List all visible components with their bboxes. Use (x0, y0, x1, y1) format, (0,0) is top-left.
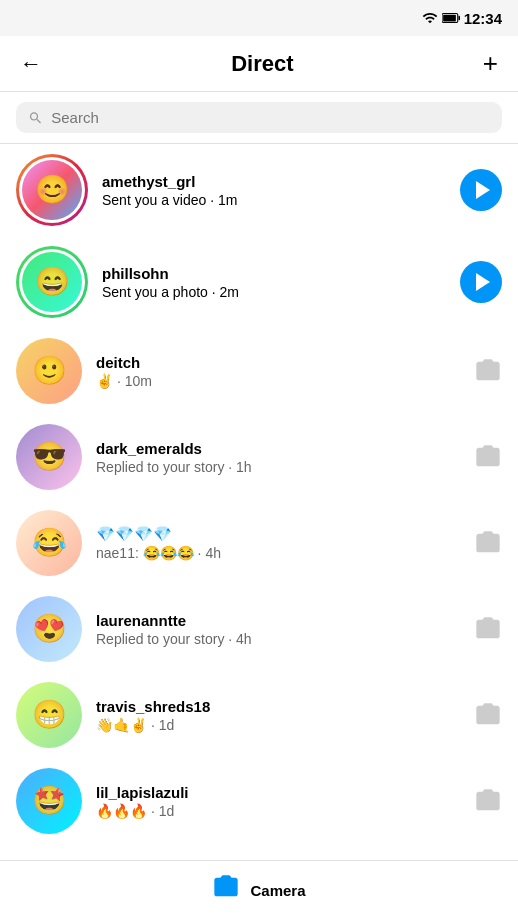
story-ring-green: 😄 (16, 246, 88, 318)
message-preview: nae11: 😂😂😂 · 4h (96, 545, 460, 561)
list-item[interactable]: 🤩 lil_lapislazuli 🔥🔥🔥 · 1d (0, 758, 518, 844)
page-title: Direct (231, 51, 293, 77)
username: dark_emeralds (96, 440, 460, 457)
camera-bottom-icon (212, 873, 240, 908)
svg-rect-2 (443, 15, 456, 22)
story-ring: 😊 (16, 154, 88, 226)
camera-action-icon[interactable] (474, 701, 502, 729)
username: travis_shreds18 (96, 698, 460, 715)
username: 💎💎💎💎 (96, 525, 460, 543)
avatar: 🤩 (16, 768, 82, 834)
avatar: 🙂 (16, 338, 82, 404)
battery-icon (442, 11, 460, 25)
avatar-outer: 😊 (16, 154, 88, 226)
username: laurenanntte (96, 612, 460, 629)
status-bar: 12:34 (0, 0, 518, 36)
list-item[interactable]: 😊 amethyst_grl Sent you a video · 1m (0, 144, 518, 236)
camera-action-icon[interactable] (474, 529, 502, 557)
list-item[interactable]: 😂 💎💎💎💎 nae11: 😂😂😂 · 4h (0, 500, 518, 586)
avatar: 😁 (16, 682, 82, 748)
camera-action-icon[interactable] (474, 357, 502, 385)
camera-action-icon[interactable] (474, 787, 502, 815)
search-input[interactable] (51, 109, 490, 126)
avatar-wrap: 😎 (16, 424, 82, 490)
signal-icon (422, 10, 438, 26)
avatar: 😎 (16, 424, 82, 490)
list-item[interactable]: 😄 phillsohn Sent you a photo · 2m (0, 236, 518, 328)
status-time: 12:34 (464, 10, 502, 27)
status-icons: 12:34 (422, 10, 502, 27)
new-message-button[interactable]: + (479, 44, 502, 83)
avatar-wrap: 😂 (16, 510, 82, 576)
bottom-bar[interactable]: Camera (0, 860, 518, 920)
username: amethyst_grl (102, 173, 446, 190)
list-item[interactable]: 😁 travis_shreds18 👋🤙✌️ · 1d (0, 672, 518, 758)
avatar: 😄 (22, 252, 82, 312)
camera-label: Camera (250, 882, 305, 899)
message-preview: Replied to your story · 1h (96, 459, 460, 475)
avatar: 😂 (16, 510, 82, 576)
message-list: 😊 amethyst_grl Sent you a video · 1m (0, 144, 518, 844)
search-wrap (16, 102, 502, 133)
message-info: phillsohn Sent you a photo · 2m (102, 265, 446, 300)
play-button[interactable] (460, 169, 502, 211)
avatar-wrap: 😍 (16, 596, 82, 662)
avatar-wrap: 🤩 (16, 768, 82, 834)
list-item[interactable]: 🙂 deitch ✌️ · 10m (0, 328, 518, 414)
message-info: amethyst_grl Sent you a video · 1m (102, 173, 446, 208)
header: ← Direct + (0, 36, 518, 92)
avatar: 😍 (16, 596, 82, 662)
message-info: dark_emeralds Replied to your story · 1h (96, 440, 460, 475)
message-info: lil_lapislazuli 🔥🔥🔥 · 1d (96, 784, 460, 819)
list-item[interactable]: 😎 dark_emeralds Replied to your story · … (0, 414, 518, 500)
message-info: deitch ✌️ · 10m (96, 354, 460, 389)
message-preview: Sent you a video · 1m (102, 192, 446, 208)
search-container (0, 92, 518, 144)
camera-action-icon[interactable] (474, 615, 502, 643)
message-preview: 🔥🔥🔥 · 1d (96, 803, 460, 819)
back-button[interactable]: ← (16, 47, 46, 81)
message-preview: ✌️ · 10m (96, 373, 460, 389)
message-info: travis_shreds18 👋🤙✌️ · 1d (96, 698, 460, 733)
play-button[interactable] (460, 261, 502, 303)
message-preview: 👋🤙✌️ · 1d (96, 717, 460, 733)
username: lil_lapislazuli (96, 784, 460, 801)
username: deitch (96, 354, 460, 371)
list-item[interactable]: 😍 laurenanntte Replied to your story · 4… (0, 586, 518, 672)
search-icon (28, 110, 43, 126)
avatar: 😊 (22, 160, 82, 220)
avatar-wrap: 🙂 (16, 338, 82, 404)
camera-action-icon[interactable] (474, 443, 502, 471)
message-info: laurenanntte Replied to your story · 4h (96, 612, 460, 647)
message-preview: Sent you a photo · 2m (102, 284, 446, 300)
username: phillsohn (102, 265, 446, 282)
message-preview: Replied to your story · 4h (96, 631, 460, 647)
message-info: 💎💎💎💎 nae11: 😂😂😂 · 4h (96, 525, 460, 561)
avatar-wrap: 😁 (16, 682, 82, 748)
svg-rect-1 (458, 16, 460, 21)
avatar-outer: 😄 (16, 246, 88, 318)
